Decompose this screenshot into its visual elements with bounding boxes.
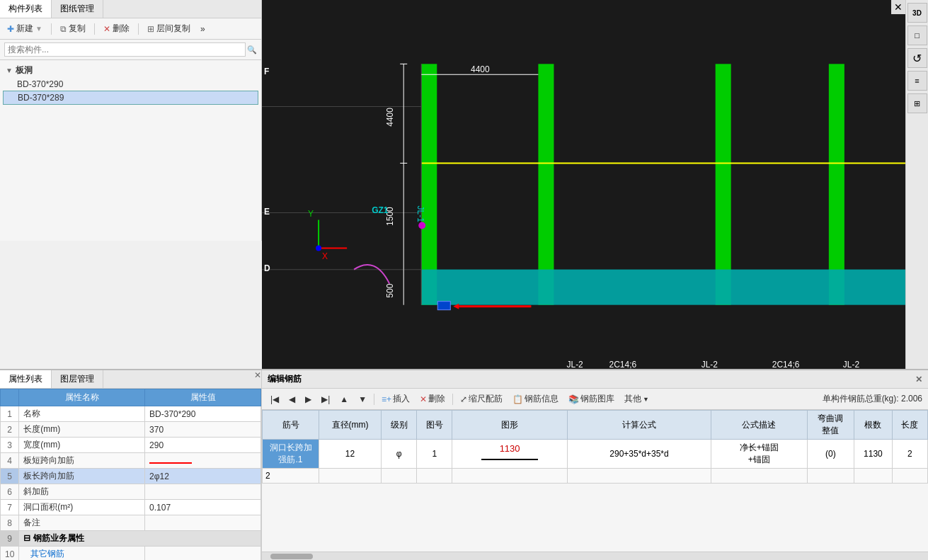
row-num-3: 3 [1,438,19,453]
prop-value-6[interactable] [145,484,261,500]
tab-property-list[interactable]: 属性列表 [0,370,52,388]
svg-text:X: X [322,251,328,261]
copy-button[interactable]: 复制 [57,21,88,36]
3d-button[interactable]: 3D [907,3,927,23]
delete-row-button[interactable]: ✕ 删除 [417,392,448,406]
tree-group-label: 板洞 [16,64,33,76]
svg-text:JL-2: JL-2 [701,360,718,369]
steel-formula-1[interactable]: 290+35*d+35*d [567,440,711,469]
nav-prev-button[interactable]: ◀ [286,393,298,406]
top-toolbar: 新建 ▼ 复制 删除 层间复制 » [0,18,261,40]
layer-copy-icon [147,24,154,34]
info-button[interactable]: 📋 钢筋信息 [510,392,561,406]
steel-panel: 编辑钢筋 ✕ |◀ ◀ ▶ ▶| ▲ ▼ ≡+ 插入 ✕ 删除 ⤢ 缩尺配筋 [262,370,928,560]
new-button[interactable]: 新建 ▼ [4,21,45,36]
steel-scrollbar-thumb[interactable] [270,554,313,559]
other-label: 其他 [624,393,641,405]
steel-count-1: 1130 [854,440,893,469]
tab-drawing-management[interactable]: 图纸管理 [52,0,103,18]
prop-value-3[interactable]: 290 [145,438,261,453]
prop-value-5[interactable]: 2φ12 [145,469,261,484]
nav-last-button[interactable]: ▶| [319,393,333,406]
collapse-icon-9[interactable]: ⊟ [23,533,30,543]
prop-row-4: 4 板短跨向加筋 [1,453,261,469]
delete-icon [103,24,110,34]
prop-value-2[interactable]: 370 [145,422,261,438]
property-panel-close[interactable]: ✕ [254,370,261,388]
steel-row2-form[interactable] [567,469,711,484]
steel-scrollbar[interactable] [262,552,928,560]
insert-icon: ≡+ [382,394,391,404]
more-button[interactable]: » [197,23,208,35]
total-weight-label: 单构件钢筋总重(kg): 2.006 [823,393,922,405]
row-num-8: 8 [1,515,19,531]
view-button[interactable]: □ [907,25,927,45]
prop-value-1[interactable]: BD-370*290 [145,406,261,422]
underline-red-4 [149,462,192,464]
svg-text:D: D [264,263,270,273]
svg-text:F: F [264,67,269,76]
steel-toolbar: |◀ ◀ ▶ ▶| ▲ ▼ ≡+ 插入 ✕ 删除 ⤢ 缩尺配筋 📋 钢筋信息 [262,389,928,410]
svg-text:GZ1: GZ1 [372,205,389,215]
prop-value-4[interactable] [145,453,261,469]
canvas-close-button[interactable]: ✕ [891,0,905,14]
steel-row2-g[interactable] [382,469,417,484]
delete-button[interactable]: 删除 [101,21,132,36]
rotate-button[interactable]: ↺ [907,48,927,68]
col-desc: 公式描述 [711,411,807,440]
lib-icon: 📚 [568,394,579,404]
steel-diameter-1[interactable]: 12 [319,440,382,469]
prop-name-10[interactable]: 其它钢筋 [19,547,145,561]
layer-copy-button[interactable]: 层间复制 [144,21,193,36]
prop-value-8[interactable] [145,515,261,531]
col-grade: 级别 [382,411,417,440]
steel-desc-1: 净长+锚固+锚固 [711,440,807,469]
grid-button[interactable]: ≡ [907,71,927,91]
steel-panel-close[interactable]: ✕ [915,375,922,384]
search-icon [247,45,257,55]
lib-label: 钢筋图库 [580,393,614,405]
sep1 [51,23,52,35]
move-down-button[interactable]: ▼ [355,393,370,406]
other-button[interactable]: 其他 ▼ [621,392,652,406]
col-diameter: 直径(mm) [319,411,382,440]
steel-fignum-1[interactable]: 1 [417,440,452,469]
prop-value-10[interactable] [145,547,261,561]
left-panel-top: 构件列表 图纸管理 新建 ▼ 复制 删除 层间复制 [0,0,262,241]
tree-item-bd2[interactable]: BD-370*289 [3,91,258,105]
new-dropdown-icon[interactable]: ▼ [35,25,42,33]
tab-layer-management[interactable]: 图层管理 [52,370,103,388]
steel-row2-fn[interactable] [417,469,452,484]
steel-row2-d[interactable] [319,469,382,484]
svg-text:2C14;6: 2C14;6 [609,360,637,369]
scale-button[interactable]: ⤢ 缩尺配筋 [457,392,505,406]
insert-button[interactable]: ≡+ 插入 [379,392,413,406]
svg-point-22 [316,246,321,251]
prop-row-1: 1 名称 BD-370*290 [1,406,261,422]
search-input[interactable] [4,42,246,57]
tree-area: ▼ 板洞 BD-370*290 BD-370*289 [0,60,261,241]
steel-row2-bend [807,469,854,484]
steel-row2-count [854,469,893,484]
insert-label: 插入 [393,393,410,405]
col-fig-num: 图号 [417,411,452,440]
copy-label: 复制 [69,23,86,35]
lib-button[interactable]: 📚 钢筋图库 [566,392,617,406]
table-button[interactable]: ⊞ [907,93,927,113]
steel-grade-1[interactable]: φ [382,440,417,469]
steel-table-wrap: 筋号 直径(mm) 级别 图号 图形 计算公式 公式描述 弯曲调整值 根数 长度 [262,410,928,552]
steel-name-1[interactable]: 洞口长跨加强筋.1 [263,440,319,469]
tab-component-list[interactable]: 构件列表 [0,0,52,18]
more-label: » [200,24,205,34]
move-up-button[interactable]: ▲ [337,393,351,406]
info-label: 钢筋信息 [525,393,558,405]
svg-text:2C14;6: 2C14;6 [772,360,800,369]
nav-first-button[interactable]: |◀ [268,393,282,406]
steel-panel-title: 编辑钢筋 [268,373,302,385]
col-propvalue-header: 属性值 [145,389,261,406]
canvas-area[interactable]: ✕ 4400 1500 500 [262,0,928,369]
nav-next-button[interactable]: ▶ [302,393,314,406]
tree-item-bd1[interactable]: BD-370*290 [3,78,258,91]
prop-section-steel[interactable]: ⊟ 钢筋业务属性 [19,531,261,547]
tree-expand-icon[interactable]: ▼ [6,67,13,74]
